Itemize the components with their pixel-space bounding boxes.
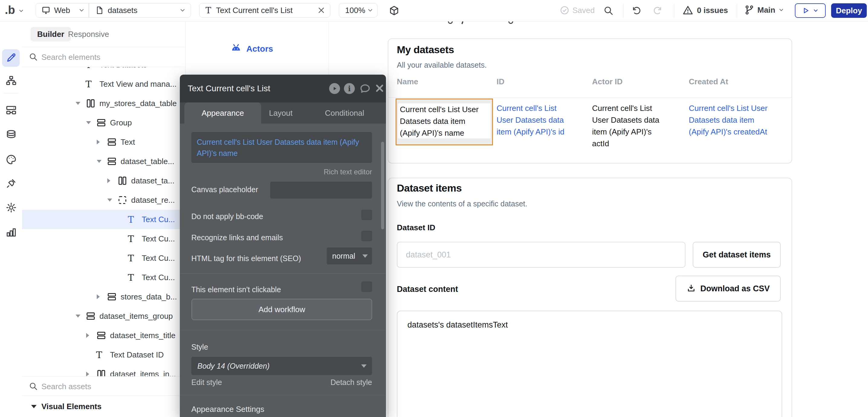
property-editor-header[interactable]: Text Current cell's List i — [180, 75, 386, 102]
dataset-id-label: Dataset ID — [397, 223, 435, 232]
group-element-icon — [86, 311, 99, 321]
caret-right-icon[interactable] — [107, 178, 117, 183]
tree-item[interactable]: Group — [22, 113, 185, 132]
search-icon[interactable] — [603, 5, 614, 16]
tree-item[interactable]: dataset_ta... — [22, 171, 185, 190]
my-datasets-subtitle: All your available datasets. — [397, 61, 487, 69]
plug-plugins-icon[interactable] — [5, 178, 17, 189]
tree-item[interactable]: Text Cu... — [22, 268, 185, 287]
sidebar-item-actors[interactable]: Actors — [230, 43, 273, 55]
edit-style-link[interactable]: Edit style — [191, 378, 222, 387]
caret-down-icon[interactable] — [97, 160, 107, 163]
tree-item[interactable]: dataset_items_group — [22, 307, 185, 326]
search-assets-input[interactable] — [41, 379, 172, 394]
comment-bubble-icon[interactable] — [360, 83, 371, 94]
tree-item[interactable]: Text Cu... — [22, 248, 185, 268]
close-icon[interactable] — [374, 83, 385, 94]
html-tag-label: HTML tag for this element (SEO) — [191, 254, 301, 263]
palette-styles-icon[interactable] — [5, 154, 17, 165]
toolbar-divider — [737, 4, 737, 18]
html-tag-select[interactable]: normal — [327, 248, 372, 264]
bubble-logo[interactable]: .b — [5, 0, 15, 21]
tab-layout[interactable]: Layout — [259, 102, 302, 124]
play-circle-icon[interactable] — [329, 83, 340, 94]
tree-item[interactable]: Text View and mana... — [22, 74, 185, 94]
caret-right-icon[interactable] — [97, 294, 107, 299]
gear-settings-icon[interactable] — [5, 202, 17, 213]
bbcode-checkbox[interactable] — [362, 210, 372, 220]
page-select[interactable]: datasets — [89, 3, 191, 17]
table-header-divider — [389, 97, 792, 98]
tree-item[interactable]: Text Datasets — [22, 67, 185, 74]
property-editor-title: Text Current cell's List — [188, 75, 270, 102]
tree-item[interactable]: dataset_re... — [22, 190, 185, 210]
branch-select[interactable]: Main — [744, 5, 784, 15]
tree-item[interactable]: dataset_items_title — [22, 326, 185, 345]
tab-conditional[interactable]: Conditional — [316, 102, 373, 124]
element-tab[interactable]: T Text Current cell's List — [199, 3, 330, 18]
app-type-select[interactable]: Web — [36, 3, 89, 17]
tab-responsive[interactable]: Responsive — [68, 27, 109, 41]
close-icon[interactable] — [317, 6, 325, 14]
caret-down-icon[interactable] — [86, 121, 96, 124]
undo-icon[interactable] — [632, 6, 641, 15]
redo-icon[interactable] — [653, 6, 662, 15]
tab-appearance[interactable]: Appearance — [184, 102, 261, 124]
caret-right-icon[interactable] — [97, 139, 107, 145]
tree-item[interactable]: my_stores_data_table — [22, 94, 185, 113]
info-circle-icon[interactable]: i — [344, 83, 355, 94]
detach-style-link[interactable]: Detach style — [330, 378, 372, 387]
style-select[interactable]: Body 14 (Overridden) — [191, 357, 372, 375]
tree-item[interactable]: stores_data_b... — [22, 287, 185, 307]
visual-elements-section[interactable]: Visual Elements — [22, 396, 185, 417]
rich-text-editor-link[interactable]: Rich text editor — [324, 168, 372, 176]
sitemap-workflow-icon[interactable] — [5, 75, 17, 87]
panel-scrollbar[interactable] — [381, 142, 384, 229]
tree-item[interactable]: dataset_items_in... — [22, 364, 185, 376]
tree-item[interactable]: Text Cu... — [22, 229, 185, 248]
tree-item[interactable]: dataset_table... — [22, 152, 185, 171]
bar-chart-logs-icon[interactable] — [5, 226, 17, 238]
database-icon[interactable] — [5, 129, 17, 141]
issues-indicator[interactable]: 0 issues — [682, 5, 728, 16]
pencil-design-icon[interactable] — [5, 52, 17, 63]
get-dataset-items-button[interactable]: Get dataset items — [693, 242, 781, 268]
tab-builder[interactable]: Builder — [31, 27, 71, 41]
deploy-button[interactable]: Deploy — [831, 3, 867, 18]
recognize-links-checkbox[interactable] — [362, 231, 372, 241]
repeating-group-icon — [117, 195, 131, 205]
not-clickable-checkbox[interactable] — [362, 282, 372, 292]
table-cell-actor-id[interactable]: Current cell's List User Datasets data i… — [592, 102, 659, 150]
caret-down-icon[interactable] — [75, 102, 86, 105]
chevron-down-icon — [179, 7, 186, 13]
table-cell-created-at[interactable]: Current cell's List User Datasets data i… — [689, 102, 768, 138]
table-cell-id[interactable]: Current cell's List User Datasets data i… — [497, 102, 564, 138]
group-element-icon — [107, 156, 121, 166]
add-workflow-button[interactable]: Add workflow — [192, 299, 372, 320]
download-csv-button[interactable]: Download as CSV — [676, 276, 781, 301]
play-icon — [802, 7, 810, 14]
package-icon[interactable] — [389, 5, 400, 16]
columns-element-icon — [86, 98, 99, 108]
caret-down-icon[interactable] — [107, 198, 117, 201]
tree-item[interactable]: Text — [22, 132, 185, 152]
caret-down-icon[interactable] — [75, 315, 86, 318]
page-select-label: datasets — [108, 6, 137, 15]
preview-button[interactable] — [795, 3, 826, 18]
caret-right-icon[interactable] — [86, 333, 96, 338]
components-icon[interactable] — [5, 104, 17, 116]
canvas-placeholder-input[interactable] — [270, 182, 372, 198]
logo-chevron-icon[interactable] — [18, 8, 24, 14]
tree-item[interactable]: Text Dataset ID — [22, 345, 185, 364]
caret-right-icon[interactable] — [86, 372, 96, 376]
dataset-content-box[interactable]: datasets's datasetItemsText — [397, 311, 782, 417]
text-element-icon — [128, 253, 142, 263]
dataset-id-input[interactable] — [397, 242, 685, 268]
zoom-select[interactable]: 100% — [339, 3, 377, 18]
clipped-text-fragment — [448, 21, 453, 24]
table-cell-name-selected[interactable]: Current cell's List User Datasets data i… — [396, 98, 493, 146]
search-elements-input[interactable] — [41, 50, 172, 65]
rich-text-value[interactable]: Current cell's List User Datasets data i… — [191, 132, 372, 163]
tree-item-selected[interactable]: Text Cu... — [22, 210, 185, 229]
page-icon — [95, 6, 104, 14]
